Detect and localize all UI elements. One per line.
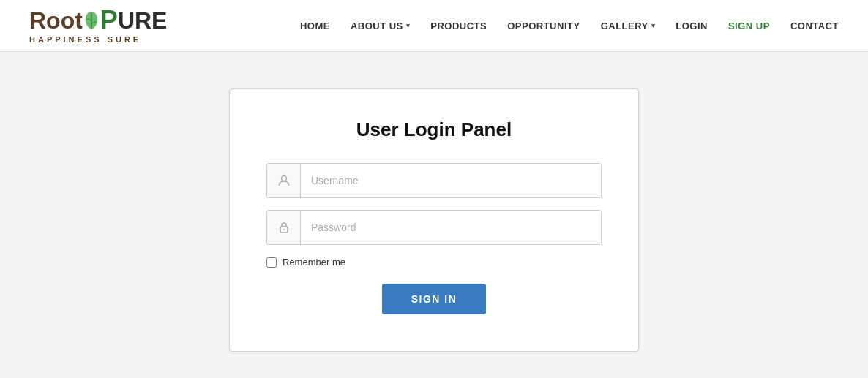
password-input-group [266, 210, 602, 245]
gallery-chevron-icon: ▾ [651, 22, 656, 29]
nav-login[interactable]: LOGIN [676, 20, 708, 31]
nav-gallery[interactable]: GALLERY ▾ [601, 20, 656, 31]
nav-opportunity[interactable]: OPPORTUNITY [507, 20, 580, 31]
logo-tagline: HAPPINESS SURE [29, 35, 141, 44]
nav-about-us[interactable]: ABOUT US ▾ [351, 20, 410, 31]
user-icon [267, 164, 301, 197]
sign-in-button[interactable]: SIGN IN [382, 284, 487, 314]
remember-me-checkbox[interactable] [266, 257, 277, 268]
logo-ure: URE [118, 9, 168, 32]
nav-home[interactable]: HOME [300, 20, 330, 31]
logo-root: Root [29, 9, 83, 32]
about-us-chevron-icon: ▾ [406, 22, 411, 29]
site-header: Root P URE HAPPINESS SURE HOME ABOUT US … [0, 0, 868, 52]
main-content: User Login Panel [0, 52, 868, 378]
logo-leaf-icon [83, 10, 100, 31]
logo-text: Root P URE [29, 7, 167, 34]
nav-products[interactable]: PRODUCTS [430, 20, 487, 31]
password-input[interactable] [301, 211, 601, 244]
remember-me-row: Remember me [266, 257, 602, 268]
remember-me-label[interactable]: Remember me [283, 257, 345, 268]
logo[interactable]: Root P URE HAPPINESS SURE [29, 7, 167, 44]
svg-point-2 [283, 229, 285, 230]
logo-p: P [100, 7, 118, 34]
login-card: User Login Panel [229, 88, 639, 352]
username-input-group [266, 163, 602, 198]
svg-point-0 [281, 176, 286, 181]
lock-icon [267, 211, 301, 244]
main-nav: HOME ABOUT US ▾ PRODUCTS OPPORTUNITY GAL… [300, 20, 839, 31]
nav-signup[interactable]: SIGN UP [728, 20, 770, 31]
username-input[interactable] [301, 164, 601, 197]
login-panel-title: User Login Panel [266, 118, 602, 141]
nav-contact[interactable]: CONTACT [790, 20, 839, 31]
